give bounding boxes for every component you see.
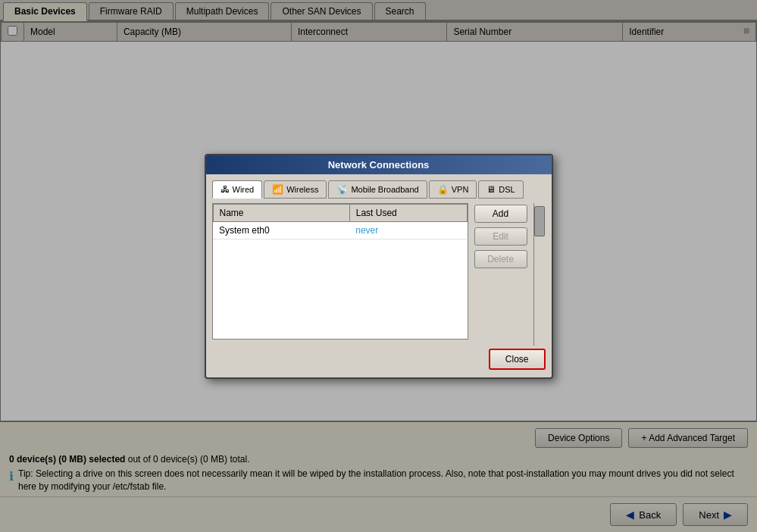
main-window: Basic Devices Firmware RAID Multipath De… [0,0,757,532]
connection-name: System eth0 [213,221,349,239]
wireless-icon: 📶 [272,184,283,195]
modal-tab-mobile-label: Mobile Broadband [351,185,418,194]
mobile-icon: 📡 [336,184,348,195]
modal-tab-dsl[interactable]: 🖥 DSL [478,180,523,199]
modal-tab-mobile[interactable]: 📡 Mobile Broadband [328,180,427,199]
modal-body: Name Last Used System eth0 never [212,203,546,346]
vpn-icon: 🔒 [437,184,449,195]
network-connections-modal: Network Connections 🖧 Wired 📶 Wireless 📡 [205,154,553,379]
modal-tab-vpn[interactable]: 🔒 VPN [429,180,477,199]
modal-tab-bar: 🖧 Wired 📶 Wireless 📡 Mobile Broadband 🔒 … [212,180,546,199]
modal-table-container: Name Last Used System eth0 never [212,203,468,340]
modal-close-button[interactable]: Close [489,349,546,370]
modal-tab-wired-label: Wired [233,185,255,194]
dsl-icon: 🖥 [486,184,496,195]
modal-titlebar: Network Connections [206,155,552,174]
modal-table-body: System eth0 never [213,221,467,239]
modal-tab-vpn-label: VPN [452,185,469,194]
connection-last-used: never [349,221,467,239]
modal-title: Network Connections [328,159,430,171]
modal-connections-table: Name Last Used System eth0 never [213,204,468,239]
modal-col-last-used: Last Used [349,204,467,221]
modal-scrollbar[interactable] [533,203,546,346]
modal-content: 🖧 Wired 📶 Wireless 📡 Mobile Broadband 🔒 … [206,174,552,377]
modal-col-name: Name [213,204,349,221]
modal-tab-wired[interactable]: 🖧 Wired [212,180,263,199]
modal-side-buttons: Add Edit Delete [474,203,527,346]
scrollbar-thumb [534,206,545,236]
modal-edit-button[interactable]: Edit [474,227,527,246]
modal-overlay: Network Connections 🖧 Wired 📶 Wireless 📡 [0,0,757,532]
modal-tab-wireless-label: Wireless [286,185,318,194]
modal-tab-dsl-label: DSL [499,185,515,194]
modal-delete-button[interactable]: Delete [474,250,527,268]
modal-tab-wireless[interactable]: 📶 Wireless [264,180,327,199]
table-row[interactable]: System eth0 never [213,221,467,239]
modal-add-button[interactable]: Add [474,205,527,223]
modal-footer: Close [212,346,546,371]
wired-icon: 🖧 [221,184,230,195]
